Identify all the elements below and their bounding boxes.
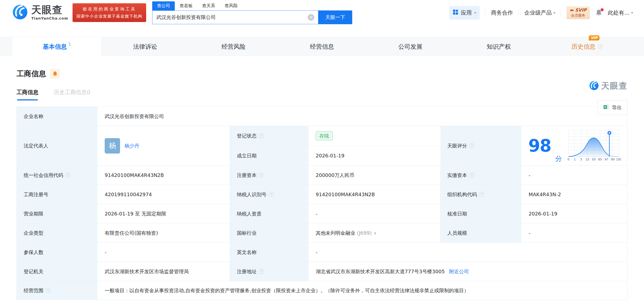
status-badge: 存续: [316, 131, 333, 141]
search-input-value: 武汉光谷创新投资有限公司: [156, 14, 216, 21]
english-name-value: -: [309, 243, 627, 262]
subscribe-bell-button[interactable]: [50, 69, 60, 79]
reg-authority-label: 登记机关: [17, 262, 98, 281]
nearby-companies-link[interactable]: 附近公司: [449, 268, 469, 275]
search-tab-company[interactable]: 查公司: [152, 1, 175, 10]
search-button[interactable]: 天眼一下: [318, 10, 352, 24]
main-tabstrip: 基本信息 1 法律诉讼 经营风险 经营信息 公司发展 知识产权 历史信息 VIP…: [0, 37, 644, 56]
tab-label: 法律诉讼: [133, 43, 157, 51]
company-type-label: 企业类型: [17, 223, 98, 242]
english-name-label: 英文名称: [230, 243, 309, 262]
tab-legal-litigation[interactable]: 法律诉讼: [101, 37, 190, 56]
help-icon[interactable]: ?: [598, 44, 603, 49]
nav-biz-cooperation[interactable]: 商务合作: [491, 9, 513, 17]
tab-operation-risk[interactable]: 经营风险: [189, 37, 278, 56]
table-row: 统一社会信用代码 ? 91420100MAK4R43N2B 注册资本 ? 200…: [17, 166, 627, 185]
tab-operation-info[interactable]: 经营信息: [278, 37, 366, 56]
user-account-menu[interactable]: 此处有... ▾: [608, 9, 633, 17]
legal-rep-label: 法定代表人: [17, 126, 98, 165]
score-unit: 分: [555, 154, 562, 163]
est-date-label: 成立日期: [230, 146, 309, 165]
score-curve-chart: 013 155085 9799100: [566, 129, 621, 163]
table-row: 登记机关 武汉东湖新技术开发区市场监督管理局 注册地址 ? 湖北省武汉市东湖新技…: [17, 262, 627, 281]
taxpayer-id-label: 纳税人识别号 ?: [230, 185, 309, 204]
chevron-down-icon: ▾: [553, 10, 555, 15]
svg-text:99: 99: [611, 158, 615, 161]
search-tab-boss[interactable]: 查老板: [175, 1, 197, 10]
tab-history-info[interactable]: 历史信息 VIP ?: [543, 37, 631, 56]
org-code-value: MAK4R43N-2: [522, 185, 627, 204]
help-icon[interactable]: ?: [269, 192, 274, 197]
staff-size-label: 人员规模: [440, 223, 522, 242]
help-icon[interactable]: ?: [479, 192, 484, 197]
business-term-label: 营业期限: [17, 204, 98, 223]
taxpayer-qual-value: -: [309, 204, 440, 223]
legal-rep-link[interactable]: 杨少丹: [124, 143, 139, 149]
industry-label: 国标行业: [230, 223, 309, 242]
svg-text:15: 15: [585, 158, 589, 161]
page: 天眼查 TianYanCha.com 都在用的商业查询工具 国家中小企业发展子基…: [0, 0, 644, 306]
svip-member-button[interactable]: SVIP 会员服务: [567, 6, 590, 19]
tab-label: 历史信息: [571, 43, 596, 51]
tagline-line2: 国家中小企业发展子基金旗下机构: [76, 13, 142, 20]
credit-code-value: 91420100MAK4R43N2B: [98, 166, 230, 185]
tab-label: 知识产权: [487, 43, 511, 51]
subtab-business-info[interactable]: 工商信息: [16, 89, 38, 100]
header-nav: 应用 ▾ 商务合作 企业级产品 ▾ SVIP 会员服务: [449, 6, 633, 20]
approval-date-label: 核准日期: [440, 204, 522, 223]
divider: [485, 9, 485, 16]
tab-basic-info[interactable]: 基本信息 1: [13, 37, 101, 56]
taxpayer-qual-label: 纳税人资质: [230, 204, 309, 223]
tagline-line1: 都在用的商业查询工具: [76, 6, 142, 13]
apps-menu[interactable]: 应用 ▾: [449, 6, 480, 20]
brand-tagline-badge: 都在用的商业查询工具 国家中小企业发展子基金旗下机构: [73, 3, 146, 22]
help-icon[interactable]: ?: [469, 143, 474, 148]
score-value[interactable]: 98 分: [522, 126, 627, 165]
reg-address-label: 注册地址 ?: [230, 262, 309, 281]
tianyancha-logo[interactable]: 天眼查 TianYanCha.com: [12, 4, 68, 21]
search-input[interactable]: 武汉光谷创新投资有限公司 ×: [152, 10, 318, 24]
search-area: 查公司 查老板 查关系 查风险 武汉光谷创新投资有限公司 × 天眼一下: [152, 1, 352, 24]
tab-intellectual-property[interactable]: 知识产权: [455, 37, 543, 56]
reg-address-value: 湖北省武汉市东湖新技术开发区高新大道777号3号楼3005 附近公司: [309, 262, 627, 281]
tab-company-development[interactable]: 公司发展: [366, 37, 455, 56]
logo-text: 天眼查 TianYanCha.com: [31, 5, 68, 20]
staff-size-value: -: [522, 223, 627, 242]
help-icon[interactable]: ?: [469, 173, 474, 178]
chevron-down-icon[interactable]: ∨: [374, 231, 377, 236]
help-icon[interactable]: ?: [65, 173, 71, 178]
divider: [518, 9, 519, 16]
company-type-value: 有限责任公司(国有独资): [98, 223, 230, 242]
subtab-history-business-info[interactable]: 历史工商信息0: [54, 89, 90, 96]
watermark-logo: 天眼查: [589, 80, 628, 92]
table-row: 参保人数 - 英文名称 -: [17, 243, 627, 262]
search-tab-risk[interactable]: 查风险: [220, 1, 242, 10]
search-tab-relation[interactable]: 查关系: [197, 1, 220, 10]
help-icon[interactable]: ?: [259, 173, 264, 178]
reg-capital-value: 200000万人民币: [309, 166, 440, 185]
reg-number-value: 420199110042974: [98, 185, 230, 204]
svg-text:1: 1: [574, 158, 576, 161]
export-button[interactable]: 导出: [597, 100, 628, 115]
help-icon[interactable]: ?: [259, 269, 264, 274]
table-row: 成立日期 2026-01-19: [230, 146, 440, 165]
industry-value: 其他未列明金融业 (J699) ∨: [309, 223, 440, 242]
business-scope-label: 经营范围 ?: [17, 281, 98, 300]
industry-code: (J699): [357, 230, 372, 236]
help-icon[interactable]: ?: [259, 133, 264, 138]
bell-icon: [52, 71, 58, 77]
svg-text:100: 100: [616, 158, 621, 161]
logo-swirl-icon: [589, 81, 599, 92]
apps-label: 应用: [461, 9, 472, 17]
org-code-label: 组织机构代码 ?: [440, 185, 522, 204]
notification-bell-button[interactable]: [595, 9, 602, 17]
paid-capital-label: 实缴资本 ?: [440, 166, 522, 185]
help-icon[interactable]: ?: [46, 288, 51, 293]
score-number: 98: [528, 137, 551, 154]
table-row: 经营范围 ? 一般项目：以自有资金从事投资活动,自有资金投资的资产管理服务,创业…: [17, 281, 627, 300]
clear-icon[interactable]: ×: [308, 14, 314, 21]
taxpayer-id-value: 91420100MAK4R43N2B: [309, 185, 440, 204]
avatar[interactable]: 杨: [105, 138, 120, 154]
reg-number-label: 工商注册号: [17, 185, 98, 204]
nav-enterprise-products[interactable]: 企业级产品 ▾: [524, 9, 555, 17]
